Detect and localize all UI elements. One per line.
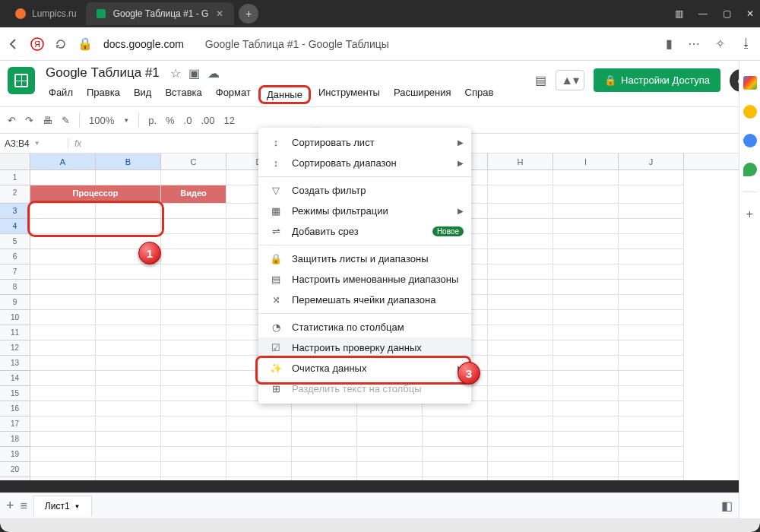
cell[interactable]: [488, 401, 553, 416]
row-header[interactable]: 12: [0, 340, 30, 356]
cell[interactable]: [96, 170, 161, 185]
cell[interactable]: [30, 280, 96, 295]
cell[interactable]: [423, 462, 488, 477]
cell[interactable]: [553, 204, 619, 219]
cell[interactable]: [488, 432, 553, 447]
browser-tab-active[interactable]: Google Таблица #1 - G ✕: [86, 2, 235, 25]
cell[interactable]: [488, 447, 553, 462]
cell[interactable]: [96, 386, 161, 401]
row-header[interactable]: 14: [0, 371, 30, 386]
cell[interactable]: [619, 462, 684, 477]
cell[interactable]: [30, 204, 96, 219]
cell[interactable]: [30, 432, 96, 447]
add-addon-button[interactable]: +: [746, 207, 753, 221]
menu-column-stats[interactable]: ◔Статистика по столбцам: [258, 317, 471, 337]
currency-button[interactable]: р.: [148, 115, 157, 126]
cell[interactable]: [292, 401, 357, 416]
row-header[interactable]: 18: [0, 432, 30, 447]
yandex-icon[interactable]: Я: [30, 37, 44, 51]
cell[interactable]: [161, 170, 226, 185]
col-header[interactable]: H: [488, 154, 553, 169]
cell[interactable]: [96, 325, 161, 340]
cell[interactable]: [96, 432, 161, 447]
cell[interactable]: [30, 477, 96, 480]
tasks-icon[interactable]: [743, 134, 757, 147]
cell[interactable]: [553, 371, 619, 386]
menu-sort-sheet[interactable]: ↕Сортировать лист▶: [258, 132, 471, 153]
cell[interactable]: [553, 477, 619, 480]
cell[interactable]: [619, 477, 684, 480]
cell[interactable]: [96, 371, 161, 386]
cell[interactable]: [423, 477, 488, 480]
cell[interactable]: [619, 325, 684, 340]
col-header[interactable]: B: [96, 154, 161, 169]
cell[interactable]: [161, 340, 226, 356]
cell[interactable]: [30, 356, 96, 371]
comment-history-icon[interactable]: ▤: [535, 73, 546, 87]
cell[interactable]: [488, 204, 553, 219]
cell[interactable]: [292, 432, 357, 447]
cell[interactable]: [553, 401, 619, 416]
cell[interactable]: [161, 219, 226, 234]
add-sheet-button[interactable]: +: [6, 498, 14, 514]
row-header[interactable]: 6: [0, 249, 30, 264]
menu-help[interactable]: Справ: [459, 85, 500, 104]
cell[interactable]: [96, 477, 161, 480]
close-tab-icon[interactable]: ✕: [214, 8, 225, 19]
cell[interactable]: [357, 462, 423, 477]
cell[interactable]: [161, 264, 226, 280]
cell[interactable]: [553, 447, 619, 462]
cell[interactable]: [553, 185, 619, 204]
cell[interactable]: [488, 234, 553, 249]
cell[interactable]: [161, 280, 226, 295]
cell[interactable]: [96, 447, 161, 462]
zoom-select[interactable]: 100%: [89, 115, 114, 126]
cell[interactable]: [161, 432, 226, 447]
row-header[interactable]: 1: [0, 170, 30, 185]
row-header[interactable]: 19: [0, 447, 30, 462]
name-box[interactable]: A3:B4▼: [0, 138, 68, 149]
menu-data-validation[interactable]: ☑Настроить проверку данных: [258, 337, 471, 358]
row-header[interactable]: 5: [0, 234, 30, 249]
cell[interactable]: [553, 249, 619, 264]
cell[interactable]: [226, 401, 292, 416]
menu-randomize[interactable]: ⤨Перемешать ячейки диапазона: [258, 290, 471, 310]
cell[interactable]: [292, 477, 357, 480]
calendar-icon[interactable]: [743, 76, 757, 90]
cell[interactable]: [96, 264, 161, 280]
menu-add-slicer[interactable]: ⇌Добавить срезНовое: [258, 221, 471, 242]
col-header[interactable]: A: [30, 154, 96, 169]
library-icon[interactable]: ▥: [675, 8, 683, 19]
cell[interactable]: [423, 432, 488, 447]
cell[interactable]: [96, 204, 161, 219]
explore-icon[interactable]: ◧: [721, 499, 733, 513]
cell[interactable]: [488, 386, 553, 401]
cell[interactable]: [553, 280, 619, 295]
cell[interactable]: [488, 219, 553, 234]
sheet-tab[interactable]: Лист1▼: [33, 496, 92, 516]
sheets-logo-icon[interactable]: [8, 67, 35, 94]
cell[interactable]: [161, 371, 226, 386]
row-header[interactable]: 11: [0, 325, 30, 340]
menu-named-ranges[interactable]: ▤Настроить именованные диапазоны: [258, 269, 471, 290]
print-icon[interactable]: 🖶: [43, 115, 52, 126]
close-window-button[interactable]: ✕: [746, 8, 754, 19]
cell[interactable]: [161, 234, 226, 249]
menu-view[interactable]: Вид: [128, 85, 158, 104]
cell[interactable]: [292, 462, 357, 477]
menu-format[interactable]: Формат: [210, 85, 257, 104]
cell[interactable]: [292, 447, 357, 462]
cell[interactable]: [488, 249, 553, 264]
new-tab-button[interactable]: +: [239, 4, 258, 24]
cloud-icon[interactable]: ☁: [207, 66, 220, 81]
cell[interactable]: [161, 204, 226, 219]
bookmark-icon[interactable]: ▮: [666, 36, 673, 51]
menu-file[interactable]: Файл: [43, 85, 79, 104]
cell[interactable]: [423, 447, 488, 462]
minimize-button[interactable]: ―: [698, 8, 708, 19]
cell[interactable]: [488, 295, 553, 310]
row-header[interactable]: 7: [0, 264, 30, 280]
decrease-decimal-button[interactable]: .0: [184, 115, 192, 126]
cell[interactable]: Видео: [161, 185, 226, 204]
star-icon[interactable]: ☆: [170, 66, 181, 81]
